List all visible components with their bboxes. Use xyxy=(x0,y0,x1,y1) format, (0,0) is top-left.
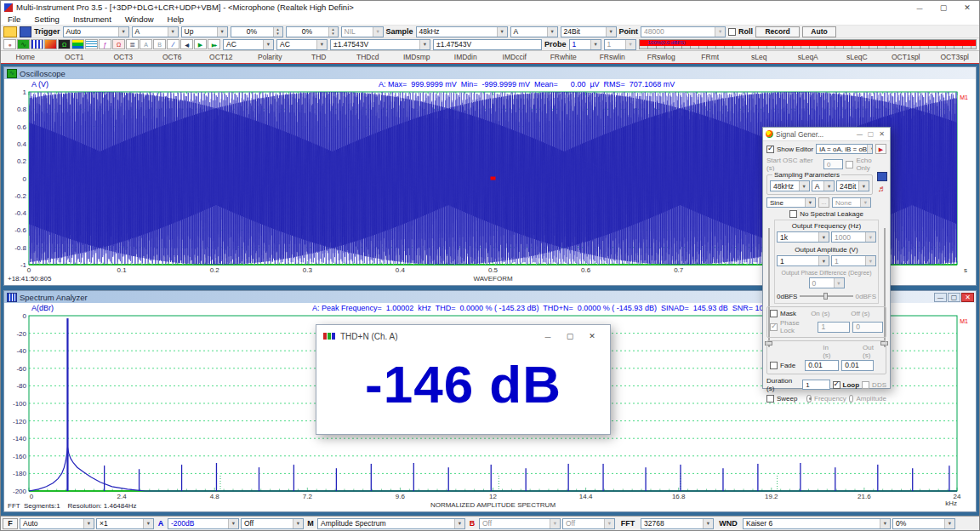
oscilloscope-titlebar[interactable]: Oscilloscope xyxy=(4,67,976,79)
channel-a-gain-icon[interactable] xyxy=(140,39,152,49)
sample-rate-select[interactable]: 48kHz▾ xyxy=(416,26,508,37)
waveform-select[interactable]: Sine▾ xyxy=(766,197,816,208)
oscilloscope-icon[interactable] xyxy=(17,39,30,49)
gen-rate-select[interactable]: 48kHz▾ xyxy=(770,180,810,191)
range-a-select[interactable]: ±1.47543V▾ xyxy=(330,39,430,50)
run-icon[interactable] xyxy=(194,39,207,49)
minimize-icon[interactable] xyxy=(854,130,865,138)
close-icon[interactable] xyxy=(955,2,979,14)
sample-channel-select[interactable]: A▾ xyxy=(510,26,558,37)
save-icon[interactable] xyxy=(20,26,31,37)
zoom-select[interactable]: ×1▾ xyxy=(96,518,154,529)
mask-checkbox[interactable] xyxy=(770,310,778,317)
derived-data-curve-icon[interactable] xyxy=(99,39,111,49)
tab-oct3spl[interactable]: OCT3spl xyxy=(931,51,980,63)
routing-select[interactable]: iA = oA, iB = oB▾ xyxy=(816,144,873,154)
save-signal-icon[interactable] xyxy=(877,172,887,181)
trigger-freq-select[interactable]: NIL▾ xyxy=(341,26,384,37)
maximize-icon[interactable] xyxy=(948,293,960,302)
freq-axis-select[interactable]: Auto▾ xyxy=(20,518,94,529)
auto-button[interactable]: Auto xyxy=(802,26,836,37)
trigger-source-select[interactable]: A▾ xyxy=(132,26,179,37)
dbfs-slider[interactable] xyxy=(800,292,852,300)
mask-off-field[interactable]: 0 xyxy=(852,322,883,333)
spectrum-analyzer-icon[interactable] xyxy=(31,39,43,49)
trigger-level-spinner[interactable]: 0%▴▾ xyxy=(231,26,283,37)
tab-imdsmp[interactable]: IMDsmp xyxy=(392,51,442,63)
more-button[interactable]: ... xyxy=(818,197,829,208)
spectrum-3d-icon[interactable] xyxy=(44,39,57,49)
close-icon[interactable] xyxy=(876,130,887,138)
amplitude-value-field[interactable]: 1▾ xyxy=(831,255,876,266)
overlap-select[interactable]: 0%▾ xyxy=(892,518,955,529)
maximize-icon[interactable] xyxy=(932,2,955,14)
ref-a-select[interactable]: Off▾ xyxy=(241,518,304,529)
record-icon[interactable] xyxy=(3,39,16,49)
coupling-a-select[interactable]: AC▾ xyxy=(223,39,274,50)
spinner-arrows-icon[interactable]: ▴▾ xyxy=(328,27,338,37)
minimize-icon[interactable] xyxy=(537,330,559,342)
thd-dialog[interactable]: THD+N (Ch. A) -146 dB xyxy=(316,324,611,435)
show-editor-checkbox[interactable] xyxy=(766,146,774,153)
signal-generator-window[interactable]: Signal Gener... Show Editor iA = oA, iB … xyxy=(762,127,891,389)
start-osc-field[interactable]: 0 xyxy=(823,159,843,169)
tab-imddin[interactable]: IMDdin xyxy=(442,51,491,63)
maximize-icon[interactable] xyxy=(559,330,581,342)
spinner-arrows-icon[interactable]: ▴▾ xyxy=(273,27,282,37)
window-select[interactable]: Kaiser 6▾ xyxy=(743,518,891,529)
trigger-edge-select[interactable]: Up▾ xyxy=(181,26,228,37)
no-spectral-leakage-checkbox[interactable] xyxy=(789,210,797,218)
thd-dialog-titlebar[interactable]: THD+N (Ch. A) xyxy=(316,325,610,347)
data-logger-icon[interactable] xyxy=(85,39,98,49)
menu-instrument[interactable]: Instrument xyxy=(66,14,118,25)
tab-oct6[interactable]: OCT6 xyxy=(148,51,197,63)
fold-button[interactable]: F xyxy=(3,518,18,529)
tab-frmt[interactable]: FRmt xyxy=(686,51,735,63)
titlebar[interactable]: Multi-Instrument Pro 3.5 - [+3DP+DLG+LCR… xyxy=(1,1,979,14)
signal-generator-titlebar[interactable]: Signal Gener... xyxy=(763,128,890,141)
minimize-icon[interactable] xyxy=(908,2,932,14)
multimeter-icon[interactable] xyxy=(58,39,71,49)
fade-in-field[interactable]: 0.01 xyxy=(805,360,839,371)
phase-value-field[interactable]: 0▾ xyxy=(809,277,845,288)
tab-polarity[interactable]: Polarity xyxy=(246,51,295,63)
tab-frwhite[interactable]: FRwhite xyxy=(539,51,589,63)
loop-checkbox[interactable] xyxy=(833,381,840,389)
tab-oct1[interactable]: OCT1 xyxy=(50,51,100,63)
device-test-plan-icon[interactable] xyxy=(126,39,139,49)
menu-setting[interactable]: Setting xyxy=(27,14,66,25)
range-b-select[interactable]: Off▾ xyxy=(479,518,561,529)
sweep-frequency-radio[interactable] xyxy=(806,395,812,403)
sample-bits-select[interactable]: 24Bit▾ xyxy=(561,26,617,37)
menu-file[interactable]: File xyxy=(1,14,27,25)
menu-window[interactable]: Window xyxy=(118,14,161,25)
dds-checkbox[interactable] xyxy=(862,381,869,389)
run-loop-icon[interactable] xyxy=(208,39,220,49)
gen-bits-select[interactable]: 24Bit▾ xyxy=(836,180,869,191)
tab-thdcd[interactable]: THDcd xyxy=(344,51,393,63)
tab-frswlin[interactable]: FRswlin xyxy=(588,51,637,63)
tab-sleqc[interactable]: sLeqC xyxy=(833,51,882,63)
menu-help[interactable]: Help xyxy=(161,14,191,25)
point-count-field[interactable]: 48000▾ xyxy=(641,26,726,37)
fft-size-select[interactable]: 32768▾ xyxy=(641,518,714,529)
lcr-meter-icon[interactable] xyxy=(112,39,125,49)
sweep-checkbox[interactable] xyxy=(766,395,774,403)
tab-frswlog[interactable]: FRswlog xyxy=(637,51,687,63)
sound-device-icon[interactable] xyxy=(180,39,193,49)
fade-checkbox[interactable] xyxy=(770,362,778,369)
range-a-select[interactable]: -200dB▾ xyxy=(168,518,239,529)
roll-checkbox[interactable] xyxy=(728,28,736,36)
minimize-icon[interactable] xyxy=(934,293,947,302)
coupling-b-select[interactable]: AC▾ xyxy=(276,39,328,50)
record-button[interactable]: Record xyxy=(755,26,800,37)
music-note-icon[interactable] xyxy=(877,184,887,194)
channel-b-gain-icon[interactable] xyxy=(153,39,166,49)
tab-sleqa[interactable]: sLeqA xyxy=(783,51,833,63)
maximize-icon[interactable] xyxy=(865,130,876,138)
duration-field[interactable]: 1 xyxy=(802,380,829,390)
fade-out-field[interactable]: 0.01 xyxy=(841,360,874,371)
open-file-icon[interactable] xyxy=(3,26,17,37)
tab-sleq[interactable]: sLeq xyxy=(735,51,784,63)
tab-oct1spl[interactable]: OCT1spl xyxy=(881,51,931,63)
